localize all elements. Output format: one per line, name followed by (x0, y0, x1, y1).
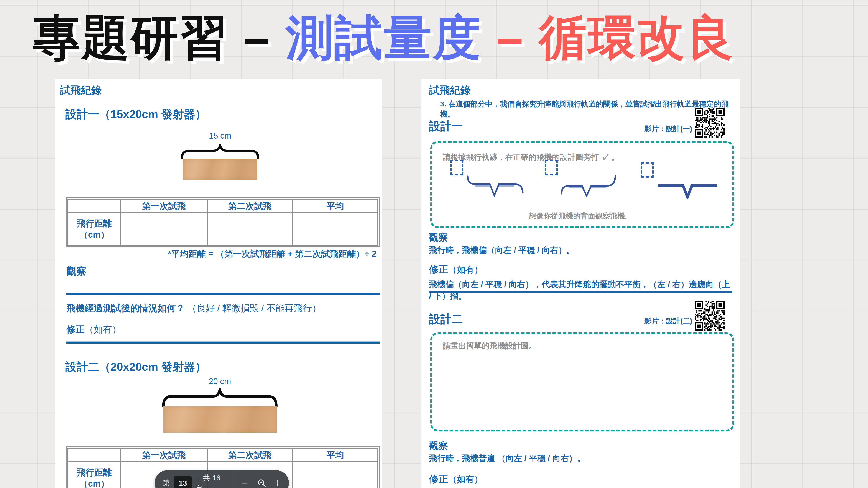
title-black-part: 專題研習 (33, 11, 229, 64)
title-dash-2: – (482, 11, 539, 64)
revision2-label: 修正（如有） (429, 472, 483, 486)
section-intro: 3. 在這個部分中，我們會探究升降舵與飛行軌道的關係，並嘗試摺出飛行軌道最穩定的… (440, 99, 737, 119)
revision-label: 修正（如有） (66, 323, 121, 336)
table-header-trial2: 第二次試飛 (208, 199, 293, 213)
total-pages-label: ，共 16 頁 (195, 473, 227, 488)
box1-instruction: 請根據飛行軌跡，在正確的飛機的設計圖旁打 ✓。 (443, 149, 619, 163)
table-header-average: 平均 (292, 449, 378, 462)
pdf-viewer-toolbar: 第 13 頁 ，共 16 頁 − + (155, 470, 289, 488)
plane-rear-view-1-icon (465, 172, 528, 197)
flight-table-1: 第一次試飛 第二次試飛 平均 飛行距離 （cm） (66, 197, 380, 248)
qr-code-icon (695, 108, 724, 137)
box2-instruction: 請畫出簡單的飛機設計圖。 (443, 340, 536, 351)
video2-label: 影片：設計(二) (645, 317, 692, 324)
fix1-text: 飛機偏（向左 / 平穩 / 向右），代表其升降舵的擺動不平衡，（左 / 右）邊應… (429, 279, 733, 302)
qr-code-icon (695, 301, 724, 330)
observation-label: 觀察 (429, 231, 448, 244)
divider-line-double (66, 341, 380, 344)
obs1-text: 飛行時，飛機偏（向左 / 平穩 / 向右）。 (429, 245, 575, 256)
table-header-row: 第一次試飛 第二次試飛 平均 (68, 449, 378, 462)
width-label-15cm: 15 cm (180, 131, 260, 140)
kraft-paper-strip-20cm (163, 406, 277, 433)
table-header-average: 平均 (292, 199, 378, 213)
page-title: 試飛紀錄 (60, 85, 101, 96)
row-label-distance: 飛行距離 （cm） (68, 462, 121, 488)
table-header-trial2: 第二次試飛 (208, 449, 293, 462)
slide-title: 專題研習 – 測試量度 – 循環改良 (33, 11, 735, 64)
zoom-magnifier-button[interactable] (257, 478, 267, 488)
worksheet-page-left: 試飛紀錄 設計一（15x20cm 發射器） 15 cm 第一次試飛 第二次試飛 … (55, 79, 382, 488)
video1-label: 影片：設計(一) (645, 125, 692, 132)
page-number-input[interactable]: 13 (174, 476, 192, 488)
page-title: 試飛紀錄 (429, 85, 471, 96)
table-cell-empty (121, 213, 208, 245)
table-header-trial1: 第一次試飛 (121, 449, 208, 462)
checkmark-icon: ✓ (601, 150, 611, 164)
obs2-text: 飛行時，飛機普遍 （向左 / 平穩 / 向右）。 (429, 453, 585, 464)
answer-checkbox-1[interactable] (450, 160, 463, 175)
title-red-part: 循環改良 (539, 11, 735, 64)
box1-caption: 想像你從飛機的背面觀察飛機。 (430, 211, 731, 221)
table-cell-empty (292, 462, 378, 488)
divider-line (66, 293, 380, 295)
table-header-empty (68, 449, 121, 462)
design1-heading: 設計一（15x20cm 發射器） (65, 108, 206, 120)
toolbar-divider (233, 470, 234, 488)
table-cell-empty (208, 213, 293, 245)
observation-label: 觀察 (66, 266, 86, 276)
answer-line (429, 291, 733, 293)
answer-checkbox-2[interactable] (545, 160, 558, 175)
slide: 專題研習 – 測試量度 – 循環改良 試飛紀錄 設計一（15x20cm 發射器）… (0, 0, 868, 488)
table-row: 飛行距離 （cm） (68, 213, 378, 245)
page-label-prefix: 第 (162, 478, 170, 488)
kraft-paper-strip-15cm (183, 159, 257, 180)
zoom-out-button[interactable]: − (241, 477, 248, 488)
design2-heading: 設計二（20x20cm 發射器） (65, 361, 206, 372)
title-blue-part: 測試量度 (286, 11, 482, 64)
table-header-row: 第一次試飛 第二次試飛 平均 (68, 199, 378, 213)
row-label-distance: 飛行距離 （cm） (68, 213, 121, 245)
table-header-empty (68, 199, 121, 213)
revision-label: 修正（如有） (429, 263, 483, 276)
worksheet-page-right: 試飛紀錄 3. 在這個部分中，我們會探究升降舵與飛行軌道的關係，並嘗試摺出飛行軌… (421, 79, 740, 488)
condition-question: 飛機經過測試後的情況如何？ （良好 / 輕微損毀 / 不能再飛行） (66, 302, 377, 315)
zoom-in-button[interactable]: + (275, 477, 281, 488)
observation2-label: 觀察 (429, 439, 448, 452)
table-header-trial1: 第一次試飛 (121, 199, 208, 213)
design1-heading: 設計一 (429, 120, 463, 132)
width-label-20cm: 20 cm (161, 377, 278, 386)
plane-rear-view-3-icon (656, 174, 719, 199)
average-formula-note: *平均距離 = （第一次試飛距離 + 第二次試飛距離）÷ 2 (66, 248, 376, 260)
design2-heading: 設計二 (429, 314, 463, 325)
brace-icon (180, 144, 260, 159)
table-cell-empty (292, 213, 378, 245)
plane-rear-view-2-icon (559, 172, 622, 197)
title-dash-1: – (229, 11, 286, 64)
answer-checkbox-3[interactable] (641, 162, 654, 177)
brace-icon (161, 388, 278, 407)
